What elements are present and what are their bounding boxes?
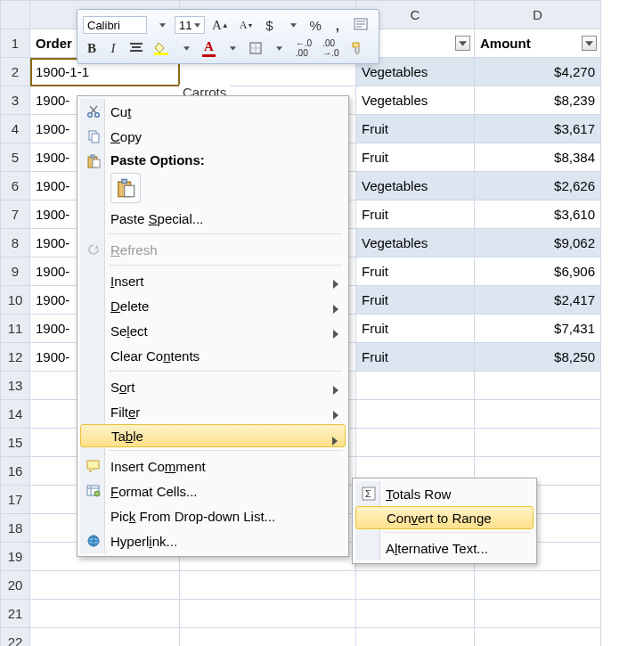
table-submenu: Σ Totals Row Convert to Range Alternativ…: [352, 478, 537, 564]
comment-icon: [86, 458, 102, 474]
cell-d2[interactable]: $4,270: [475, 58, 601, 86]
menu-item-insert-comment[interactable]: Insert Comment: [80, 454, 346, 478]
menu-item-filter[interactable]: Filter: [80, 399, 346, 424]
row-header-1[interactable]: 1: [1, 29, 30, 58]
grow-font-icon[interactable]: A▲: [208, 15, 232, 35]
menu-item-paste-options: Paste Options:: [80, 149, 346, 170]
svg-rect-11: [122, 179, 127, 183]
context-menu: Cut Copy Paste Options: Paste Special...…: [77, 95, 349, 557]
submenu-arrow-icon: [333, 301, 338, 316]
submenu-arrow-icon: [333, 326, 338, 341]
menu-item-refresh: Refresh: [80, 237, 346, 262]
percent-format-button[interactable]: %: [306, 15, 324, 35]
paste-option-default[interactable]: [110, 173, 141, 203]
svg-point-4: [95, 113, 100, 118]
select-all-corner[interactable]: [1, 1, 30, 29]
hyperlink-icon: [86, 533, 102, 549]
menu-item-cut[interactable]: Cut: [80, 99, 346, 124]
comma-format-button[interactable]: ,: [329, 15, 346, 35]
font-color-dropdown[interactable]: [224, 38, 242, 58]
font-name-combo[interactable]: Calibri: [83, 16, 147, 34]
italic-button[interactable]: I: [104, 38, 122, 58]
svg-rect-1: [154, 53, 168, 55]
filter-button-amount[interactable]: [582, 36, 597, 51]
submenu-arrow-icon: [333, 276, 338, 291]
menu-item-clear-contents[interactable]: Clear Contents: [80, 343, 346, 368]
svg-rect-6: [92, 134, 99, 143]
menu-item-format-cells[interactable]: Format Cells...: [80, 478, 346, 503]
submenu-item-totals-row[interactable]: Σ Totals Row: [355, 481, 534, 506]
cut-icon: [86, 103, 102, 119]
submenu-arrow-icon: [333, 382, 338, 397]
menu-item-pick-from-list[interactable]: Pick From Drop-down List...: [80, 503, 346, 528]
menu-item-sort[interactable]: Sort: [80, 374, 346, 399]
format-cells-icon: [86, 483, 102, 499]
row-header[interactable]: 2: [1, 58, 30, 86]
bold-button[interactable]: B: [83, 38, 101, 58]
column-header-d[interactable]: D: [475, 1, 601, 29]
fill-color-button[interactable]: [151, 38, 171, 58]
paste-icon: [86, 153, 102, 169]
borders-button[interactable]: [246, 38, 265, 58]
mini-toolbar: Calibri 11 A▲ A▼ $ % , B I A ←.0.00 .00→…: [77, 9, 379, 64]
font-size-combo[interactable]: 11: [175, 16, 205, 34]
menu-item-table[interactable]: Table: [80, 424, 346, 447]
menu-item-copy[interactable]: Copy: [80, 124, 346, 149]
menu-item-hyperlink[interactable]: Hyperlink...: [80, 528, 346, 553]
copy-icon: [86, 128, 102, 144]
refresh-icon: [86, 241, 102, 258]
filter-button-category[interactable]: [455, 36, 470, 51]
increase-decimal-button[interactable]: ←.0.00: [292, 38, 315, 58]
borders-dropdown[interactable]: [271, 38, 289, 58]
accounting-dropdown[interactable]: [284, 15, 302, 35]
menu-item-select[interactable]: Select: [80, 318, 346, 343]
table-header-amount[interactable]: Amount: [475, 29, 601, 58]
accounting-format-button[interactable]: $: [260, 15, 278, 35]
svg-rect-13: [87, 461, 99, 469]
menu-item-insert[interactable]: Insert: [80, 268, 346, 293]
submenu-arrow-icon: [332, 433, 338, 448]
format-cells-icon[interactable]: [350, 15, 373, 35]
menu-item-delete[interactable]: Delete: [80, 293, 346, 318]
font-name-dropdown[interactable]: [153, 15, 171, 35]
submenu-arrow-icon: [333, 407, 338, 422]
font-color-button[interactable]: A: [199, 38, 218, 58]
paste-options-row: [80, 170, 346, 206]
decrease-decimal-button[interactable]: .00→.0: [319, 38, 342, 58]
svg-rect-8: [91, 155, 94, 158]
align-center-icon[interactable]: [126, 38, 147, 58]
menu-item-paste-special[interactable]: Paste Special...: [80, 206, 346, 231]
submenu-item-convert-to-range[interactable]: Convert to Range: [355, 506, 534, 529]
shrink-font-icon[interactable]: A▼: [236, 15, 257, 35]
svg-point-3: [88, 113, 93, 118]
format-painter-icon[interactable]: [346, 38, 368, 58]
svg-rect-12: [125, 185, 135, 196]
sigma-icon: Σ: [361, 486, 377, 502]
svg-point-15: [94, 491, 100, 496]
svg-text:Σ: Σ: [365, 488, 371, 499]
svg-rect-9: [93, 159, 100, 168]
fill-color-dropdown[interactable]: [177, 38, 195, 58]
submenu-item-alternative-text[interactable]: Alternative Text...: [355, 536, 534, 560]
